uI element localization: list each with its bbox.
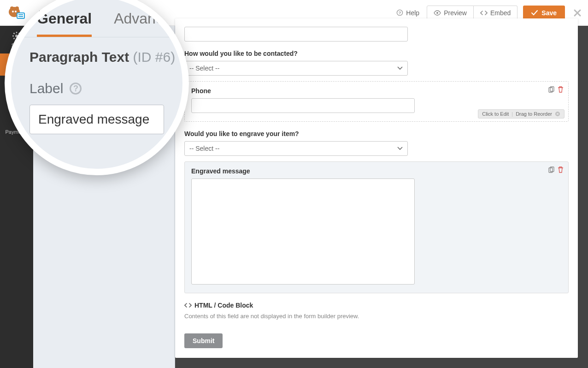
code-icon bbox=[480, 10, 488, 16]
select-placeholder: -- Select -- bbox=[189, 65, 219, 72]
field-label-engraved-message: Engraved message bbox=[191, 167, 562, 175]
field-options-title: Paragraph Text (ID #6) bbox=[11, 37, 182, 65]
submit-button[interactable]: Submit bbox=[184, 333, 223, 348]
html-block-note: Contents of this field are not displayed… bbox=[184, 313, 569, 320]
save-label: Save bbox=[541, 9, 557, 17]
embed-button[interactable]: Embed bbox=[474, 6, 517, 20]
svg-point-3 bbox=[12, 11, 14, 12]
eye-icon bbox=[434, 10, 441, 16]
select-placeholder-2: -- Select -- bbox=[189, 145, 219, 152]
help-link[interactable]: ? Help bbox=[389, 9, 427, 17]
phone-input[interactable] bbox=[191, 98, 415, 113]
field-label-contact: How would you like to be contacted? bbox=[184, 50, 569, 57]
form-canvas: How would you like to be contacted? -- S… bbox=[175, 18, 578, 358]
field-hintbar: Click to Edit | Drag to Reorder bbox=[478, 109, 564, 119]
chevron-down-icon bbox=[397, 66, 403, 70]
hint-close-icon[interactable] bbox=[555, 111, 560, 117]
tab-general[interactable]: General bbox=[37, 10, 92, 37]
hint-drag: Drag to Reorder bbox=[516, 111, 552, 117]
html-block-label: HTML / Code Block bbox=[194, 302, 253, 309]
field-block-phone[interactable]: Phone Click to Edit | Drag to Reorder bbox=[184, 81, 569, 122]
embed-label: Embed bbox=[490, 9, 511, 17]
text-input-placeholder[interactable] bbox=[184, 27, 408, 42]
svg-text:?: ? bbox=[399, 11, 401, 15]
check-icon bbox=[531, 10, 538, 16]
close-icon bbox=[573, 9, 582, 17]
save-button[interactable]: Save bbox=[523, 6, 565, 20]
svg-line-19 bbox=[14, 38, 15, 39]
engrave-select[interactable]: -- Select -- bbox=[184, 141, 408, 156]
help-icon: ? bbox=[396, 9, 403, 16]
help-icon[interactable]: ? bbox=[70, 83, 82, 95]
preview-label: Preview bbox=[444, 9, 467, 17]
option-label-caption: Label bbox=[29, 81, 63, 96]
help-label: Help bbox=[406, 9, 419, 17]
svg-rect-5 bbox=[17, 13, 24, 18]
option-label-input[interactable]: Engraved message bbox=[29, 105, 164, 134]
contact-select[interactable]: -- Select -- bbox=[184, 61, 408, 76]
code-icon bbox=[184, 303, 192, 308]
svg-point-2 bbox=[15, 6, 19, 10]
svg-point-10 bbox=[436, 12, 438, 14]
close-builder-button[interactable] bbox=[573, 9, 582, 17]
engraved-message-textarea[interactable] bbox=[191, 178, 415, 285]
app-logo bbox=[0, 6, 33, 20]
html-block-field[interactable]: HTML / Code Block bbox=[184, 302, 569, 309]
duplicate-icon[interactable] bbox=[548, 166, 555, 173]
svg-point-4 bbox=[15, 11, 17, 12]
duplicate-icon[interactable] bbox=[548, 86, 555, 93]
chevron-down-icon bbox=[397, 147, 403, 150]
svg-point-1 bbox=[10, 6, 14, 10]
field-label-phone: Phone bbox=[191, 87, 562, 95]
trash-icon[interactable] bbox=[558, 86, 564, 93]
svg-line-16 bbox=[14, 33, 15, 34]
preview-button[interactable]: Preview bbox=[427, 6, 474, 20]
field-block-engraved-message[interactable]: Engraved message bbox=[184, 161, 569, 293]
hint-click: Click to Edit bbox=[482, 111, 509, 117]
trash-icon[interactable] bbox=[558, 166, 564, 173]
field-label-engrave-q: Would you like to engrave your item? bbox=[184, 130, 569, 137]
